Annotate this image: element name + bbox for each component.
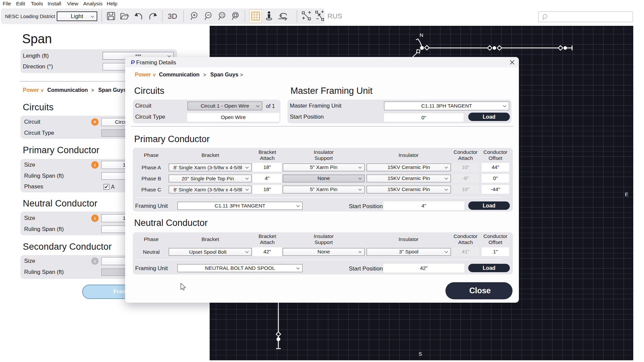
svg-text:S: S — [419, 351, 422, 357]
svg-text:N: N — [420, 32, 423, 38]
svg-text:E: E — [625, 191, 628, 197]
svg-text:3D: 3D — [168, 12, 177, 20]
